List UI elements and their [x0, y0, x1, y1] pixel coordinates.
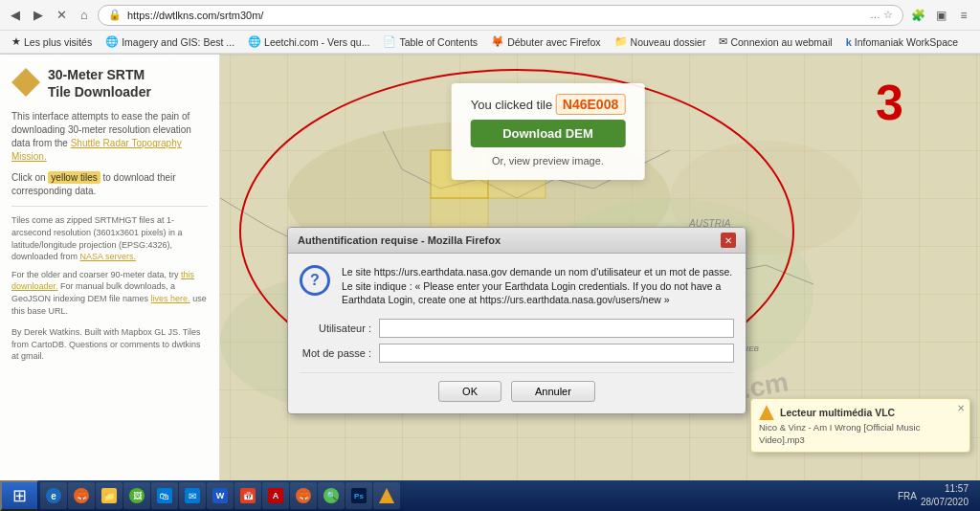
bookmark-webmail[interactable]: ✉ Connexion au webmail — [713, 33, 837, 50]
taskbar-sys: FRA 11:57 28/07/2020 — [892, 482, 980, 509]
sidebar-logo — [11, 68, 40, 97]
vlc-track-text: Nico & Vinz - Am I Wrong [Official Music… — [759, 422, 962, 446]
address-bar[interactable]: 🔒 https://dwtlkns.com/srtm30m/ … ☆ — [98, 5, 903, 26]
taskbar-acrobat[interactable]: A — [262, 482, 289, 509]
sidebar-info1: Tiles come as zipped SRTMHGT files at 1-… — [11, 214, 208, 262]
preview-link-text[interactable]: Or, view preview image. — [471, 155, 626, 167]
bookmark-leetchi[interactable]: 🌐 Leetchi.com - Vers qu... — [242, 33, 375, 50]
username-row: Utilisateur : — [300, 319, 734, 338]
vlc-notification: ✕ Lecteur multimédia VLC Nico & Vinz - A… — [750, 398, 970, 453]
taskbar-firefox2-icon: 🦊 — [296, 488, 311, 503]
folder-icon: 📁 — [614, 35, 628, 48]
sidebar-header: 30-Meter SRTM Tile Downloader — [11, 66, 208, 100]
password-input[interactable] — [379, 344, 734, 363]
dialog-title: Authentification requise - Mozilla Firef… — [298, 234, 501, 246]
sidebar-instruction: Click on yellow tiles to download their … — [11, 171, 208, 198]
taskbar-firefox[interactable]: 🦊 — [68, 482, 95, 509]
home-button[interactable]: ⌂ — [75, 6, 94, 25]
yellow-tiles-highlight: yellow tiles — [48, 171, 100, 184]
password-label: Mot de passe : — [300, 347, 371, 359]
cancel-button[interactable]: Annuler — [511, 381, 595, 402]
taskbar-vlc[interactable] — [373, 482, 400, 509]
bookmark-firefox[interactable]: 🦊 Débuter avec Firefox — [485, 33, 606, 50]
taskbar-items: e 🦊 📁 🖼 🛍 ✉ W 📅 A 🦊 🔍 — [38, 482, 892, 509]
clock-time: 11:57 — [921, 482, 969, 496]
start-button[interactable]: ⊞ — [0, 480, 38, 511]
window-button[interactable]: ▣ — [930, 5, 951, 26]
bookmark-infomaniak[interactable]: k Infomaniak WorkSpace — [840, 34, 964, 50]
sys-time: 11:57 28/07/2020 — [921, 482, 974, 509]
taskbar-calendar-icon: 📅 — [240, 488, 256, 503]
clicked-tile-text: You clicked tile N46E008 — [471, 97, 626, 112]
sidebar-credit: By Derek Watkins. Built with Mapbox GL J… — [11, 326, 208, 363]
question-icon: ? — [300, 265, 330, 296]
taskbar-search-icon: 🔍 — [323, 488, 339, 503]
taskbar-photoshop[interactable]: Ps — [345, 482, 372, 509]
sidebar-divider-1 — [11, 206, 208, 207]
content-area: AUSTRIA SLOVENIA ZAGREB 30-Meter SRTM Ti… — [0, 55, 980, 481]
taskbar-photos-icon: 🖼 — [129, 488, 145, 503]
sidebar-intro: This interface attempts to ease the pain… — [11, 110, 208, 164]
taskbar-vlc-icon — [379, 488, 394, 503]
nasa-link[interactable]: NASA servers. — [80, 252, 137, 261]
bookmark-imagery[interactable]: 🌐 Imagery and GIS: Best ... — [100, 33, 240, 50]
vlc-header: Lecteur multimédia VLC — [759, 405, 962, 420]
dialog-message: Le site https://urs.earthdata.nasa.gov d… — [342, 265, 734, 307]
back-button[interactable]: ◀ — [6, 6, 25, 25]
dialog-buttons: OK Annuler — [300, 372, 734, 402]
taskbar-mail-icon: ✉ — [185, 488, 200, 503]
taskbar-word-icon: W — [212, 488, 228, 503]
visited-icon: ★ — [11, 35, 21, 48]
ie-icon: e — [46, 488, 61, 503]
username-input[interactable] — [379, 319, 734, 338]
taskbar-word[interactable]: W — [207, 482, 234, 509]
taskbar-firefox-icon: 🦊 — [74, 488, 89, 503]
dialog-body: ? Le site https://urs.earthdata.nasa.gov… — [288, 254, 746, 413]
webmail-icon: ✉ — [719, 35, 727, 48]
username-label: Utilisateur : — [300, 322, 371, 334]
bookmarks-bar: ★ Les plus visités 🌐 Imagery and GIS: Be… — [0, 31, 980, 54]
taskbar-calendar[interactable]: 📅 — [234, 482, 261, 509]
bookmark-visited[interactable]: ★ Les plus visités — [6, 33, 98, 50]
sidebar: 30-Meter SRTM Tile Downloader This inter… — [0, 55, 220, 481]
bookmark-nouveau[interactable]: 📁 Nouveau dossier — [609, 33, 712, 50]
password-row: Mot de passe : — [300, 344, 734, 363]
dialog-close-button[interactable]: ✕ — [721, 233, 736, 248]
taskbar-store[interactable]: 🛍 — [151, 482, 178, 509]
infomaniak-icon: k — [846, 36, 852, 48]
download-dem-button[interactable]: Download DEM — [471, 120, 626, 147]
taskbar-firefox2[interactable]: 🦊 — [290, 482, 317, 509]
star-icon: ☆ — [883, 9, 893, 21]
browser-actions: 🧩 ▣ ≡ — [907, 5, 974, 26]
reload-button[interactable]: ✕ — [52, 6, 71, 25]
vlc-icon — [759, 405, 774, 420]
browser-chrome: ◀ ▶ ✕ ⌂ 🔒 https://dwtlkns.com/srtm30m/ …… — [0, 0, 980, 55]
imagery-icon: 🌐 — [105, 35, 119, 48]
taskbar-folder[interactable]: 📁 — [96, 482, 122, 509]
firefox-icon: 🦊 — [491, 35, 504, 48]
taskbar-search[interactable]: 🔍 — [318, 482, 345, 509]
vlc-close-button[interactable]: ✕ — [957, 403, 965, 413]
taskbar-ps-icon: Ps — [351, 488, 367, 503]
taskbar-store-icon: 🛍 — [157, 488, 172, 503]
dialog-icon-row: ? Le site https://urs.earthdata.nasa.gov… — [300, 265, 734, 307]
extensions-button[interactable]: 🧩 — [907, 5, 928, 26]
map-popup: You clicked tile N46E008 Download DEM Or… — [452, 83, 645, 180]
clock-date: 28/07/2020 — [921, 496, 969, 509]
lives-link[interactable]: lives here. — [151, 294, 190, 303]
address-text: https://dwtlkns.com/srtm30m/ — [127, 10, 864, 21]
taskbar-folder-icon: 📁 — [101, 488, 117, 503]
bookmark-toc[interactable]: 📄 Table of Contents — [377, 33, 483, 50]
settings-button[interactable]: ≡ — [953, 5, 974, 26]
sidebar-info2: For the older and coarser 90-meter data,… — [11, 269, 208, 317]
auth-dialog: Authentification requise - Mozilla Firef… — [287, 227, 746, 414]
taskbar-photos[interactable]: 🖼 — [123, 482, 150, 509]
taskbar-ie[interactable]: e — [40, 482, 67, 509]
ok-button[interactable]: OK — [438, 381, 501, 402]
taskbar: ⊞ e 🦊 📁 🖼 🛍 ✉ W 📅 A 🦊 — [0, 480, 980, 511]
taskbar-lang: FRA — [898, 491, 917, 501]
forward-button[interactable]: ▶ — [29, 6, 48, 25]
address-icons: … ☆ — [870, 9, 893, 21]
menu-dots: … — [870, 9, 880, 21]
taskbar-mail[interactable]: ✉ — [179, 482, 206, 509]
